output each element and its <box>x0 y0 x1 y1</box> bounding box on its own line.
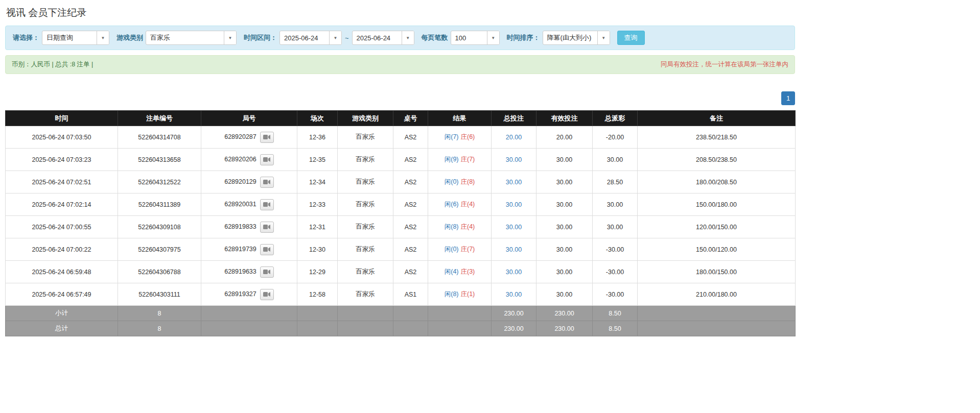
valid-bet-cell: 30.00 <box>536 261 593 283</box>
video-icon <box>263 269 270 275</box>
result-cell: 闲(0)庄(8) <box>428 171 492 193</box>
video-replay-button[interactable] <box>260 244 274 255</box>
total-valid-bet: 230.00 <box>536 321 593 336</box>
time-range-label: 时间区间： <box>244 33 277 42</box>
total-bet-cell: 30.00 <box>492 238 536 261</box>
summary-notice-text: 同局有效投注，统一计算在该局第一张注单内 <box>661 60 788 69</box>
video-icon <box>263 291 270 297</box>
total-bet-cell: 30.00 <box>492 261 536 283</box>
header-payout: 总派彩 <box>593 111 638 126</box>
result-player: 闲(4) <box>445 268 459 275</box>
game-type-cell: 百家乐 <box>338 149 393 171</box>
total-bet-link[interactable]: 30.00 <box>506 201 522 208</box>
summary-currency-text: 币别：人民币 | 总共 :8 注单 | <box>12 60 93 69</box>
total-bet-link[interactable]: 30.00 <box>506 291 522 298</box>
date-range-separator: ~ <box>345 34 349 42</box>
game-type-cell: 百家乐 <box>338 238 393 261</box>
time-cell: 2025-06-24 07:02:14 <box>6 193 118 216</box>
bet-id-cell: 522604311389 <box>118 193 201 216</box>
bet-id-cell: 522604303111 <box>118 283 201 306</box>
total-bet-link[interactable]: 20.00 <box>506 134 522 141</box>
payout-cell: 30.00 <box>593 149 638 171</box>
table-no-cell: AS2 <box>393 261 428 283</box>
result-banker: 庄(3) <box>461 268 475 275</box>
total-bet-link[interactable]: 30.00 <box>506 156 522 163</box>
query-type-select[interactable]: 日期查询 ▼ <box>42 31 109 45</box>
search-button[interactable]: 查询 <box>617 31 645 45</box>
bet-id-cell: 522604309108 <box>118 216 201 238</box>
round-id-text: 628919833 <box>224 223 256 230</box>
video-replay-button[interactable] <box>260 222 274 233</box>
table-row: 2025-06-24 07:03:50 522604314708 6289202… <box>6 126 796 149</box>
game-type-cell: 百家乐 <box>338 171 393 193</box>
subtotal-count: 8 <box>118 306 201 321</box>
game-type-select[interactable]: 百家乐 ▼ <box>146 31 237 45</box>
date-from-select[interactable]: 2025-06-24 ▼ <box>279 31 342 45</box>
session-cell: 12-36 <box>297 126 338 149</box>
time-cell: 2025-06-24 07:03:23 <box>6 149 118 171</box>
chevron-down-icon[interactable]: ▼ <box>224 31 236 44</box>
result-banker: 庄(4) <box>461 223 475 230</box>
chevron-down-icon[interactable]: ▼ <box>402 31 414 44</box>
time-cell: 2025-06-24 06:57:49 <box>6 283 118 306</box>
pagination: 1 <box>5 91 795 105</box>
round-id-text: 628920031 <box>224 201 256 208</box>
note-cell: 180.00/208.50 <box>638 171 796 193</box>
chevron-down-icon[interactable]: ▼ <box>597 31 610 44</box>
page-button-1[interactable]: 1 <box>781 91 795 105</box>
session-cell: 12-58 <box>297 283 338 306</box>
subtotal-total-bet: 230.00 <box>492 306 536 321</box>
table-row: 2025-06-24 07:03:23 522604313658 6289202… <box>6 149 796 171</box>
result-player: 闲(8) <box>445 290 459 298</box>
game-type-value: 百家乐 <box>146 31 224 44</box>
result-player: 闲(7) <box>445 133 459 140</box>
valid-bet-cell: 30.00 <box>536 283 593 306</box>
table-no-cell: AS2 <box>393 193 428 216</box>
total-bet-cell: 30.00 <box>492 149 536 171</box>
table-no-cell: AS2 <box>393 238 428 261</box>
page-size-select[interactable]: 100 ▼ <box>451 31 500 45</box>
valid-bet-cell: 30.00 <box>536 193 593 216</box>
video-replay-button[interactable] <box>260 154 274 165</box>
total-bet-link[interactable]: 30.00 <box>506 224 522 231</box>
chevron-down-icon[interactable]: ▼ <box>487 31 499 44</box>
session-cell: 12-30 <box>297 238 338 261</box>
video-replay-button[interactable] <box>260 132 274 143</box>
payout-cell: -30.00 <box>593 261 638 283</box>
total-bet-cell: 30.00 <box>492 193 536 216</box>
total-payout: 8.50 <box>593 321 638 336</box>
video-replay-button[interactable] <box>260 266 274 278</box>
result-player: 闲(9) <box>445 156 459 163</box>
round-id-text: 628920287 <box>224 133 256 140</box>
total-bet-link[interactable]: 30.00 <box>506 269 522 276</box>
total-label: 总计 <box>6 321 118 336</box>
sort-select[interactable]: 降冪(由大到小) ▼ <box>543 31 610 45</box>
result-player: 闲(0) <box>445 246 459 253</box>
total-bet-link[interactable]: 30.00 <box>506 246 522 253</box>
valid-bet-cell: 30.00 <box>536 216 593 238</box>
result-player: 闲(8) <box>445 223 459 230</box>
round-id-text: 628920206 <box>224 156 256 163</box>
time-cell: 2025-06-24 07:00:22 <box>6 238 118 261</box>
payout-cell: 30.00 <box>593 216 638 238</box>
video-replay-button[interactable] <box>260 289 274 300</box>
session-cell: 12-33 <box>297 193 338 216</box>
header-session: 场次 <box>297 111 338 126</box>
video-replay-button[interactable] <box>260 199 274 210</box>
payout-cell: -30.00 <box>593 238 638 261</box>
total-bet-link[interactable]: 30.00 <box>506 179 522 186</box>
bet-id-cell: 522604313658 <box>118 149 201 171</box>
round-id-cell: 628919833 <box>201 216 297 238</box>
filter-bar: 请选择： 日期查询 ▼ 游戏类别 百家乐 ▼ 时间区间： 2025-06-24 … <box>5 26 795 50</box>
chevron-down-icon[interactable]: ▼ <box>329 31 341 44</box>
session-cell: 12-29 <box>297 261 338 283</box>
date-from-value: 2025-06-24 <box>280 31 329 44</box>
date-to-select[interactable]: 2025-06-24 ▼ <box>352 31 414 45</box>
page-size-label: 每页笔数 <box>422 33 448 42</box>
table-footer: 小计 8 230.00 230.00 8.50 总计 8 23 <box>6 306 796 336</box>
video-icon <box>263 179 270 185</box>
video-replay-button[interactable] <box>260 177 274 188</box>
note-cell: 210.00/180.00 <box>638 283 796 306</box>
table-no-cell: AS2 <box>393 171 428 193</box>
chevron-down-icon[interactable]: ▼ <box>97 31 109 44</box>
